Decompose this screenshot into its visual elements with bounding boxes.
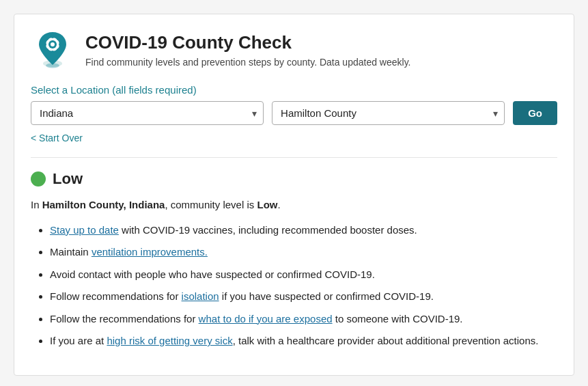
svg-point-7: [46, 38, 48, 40]
list-item: Maintain ventilation improvements.: [50, 245, 557, 260]
svg-point-11: [51, 42, 55, 46]
svg-point-6: [59, 43, 61, 46]
svg-point-3: [51, 36, 54, 38]
recommendations-list: Stay up to date with COVID-19 vaccines, …: [31, 223, 557, 349]
required-text: all fields required: [115, 84, 193, 96]
svg-point-9: [46, 49, 48, 51]
page-title: COVID-19 County Check: [85, 32, 411, 53]
list-item: Avoid contact with people who have suspe…: [50, 267, 557, 283]
county-select-wrap: Hamilton County Marion County Allen Coun…: [272, 101, 505, 125]
svg-point-8: [57, 49, 59, 51]
covid-icon: [31, 28, 74, 72]
stay-up-to-date-link[interactable]: Stay up to date: [50, 224, 119, 236]
summary-level: Low: [257, 199, 277, 210]
list-item: Follow recommendations for isolation if …: [50, 289, 557, 305]
svg-point-5: [44, 43, 46, 46]
isolation-link[interactable]: isolation: [182, 290, 219, 302]
high-risk-link[interactable]: high risk of getting very sick: [107, 335, 232, 346]
summary-text: In Hamilton County, Indiana, community l…: [31, 197, 557, 213]
result-section: Low In Hamilton County, Indiana, communi…: [31, 157, 557, 349]
level-label: Low: [53, 170, 83, 188]
header-text: COVID-19 County Check Find community lev…: [85, 32, 411, 67]
page-subtitle: Find community levels and prevention ste…: [85, 57, 411, 68]
ventilation-link[interactable]: ventilation improvements.: [92, 246, 208, 258]
svg-point-10: [57, 38, 59, 40]
list-item: Stay up to date with COVID-19 vaccines, …: [50, 223, 557, 238]
logo: [31, 28, 74, 72]
svg-point-4: [51, 51, 54, 53]
list-item: Follow the recommendations for what to d…: [50, 312, 557, 327]
start-over-link[interactable]: < Start Over: [31, 133, 83, 143]
level-badge: Low: [31, 170, 557, 188]
controls-row: Indiana Alabama Alaska Arizona Californi…: [31, 101, 557, 125]
select-label: Select a Location (all fields required): [31, 84, 557, 96]
list-item: If you are at high risk of getting very …: [50, 333, 557, 349]
go-button[interactable]: Go: [513, 101, 557, 125]
main-card: COVID-19 County Check Find community lev…: [14, 14, 574, 376]
level-dot: [31, 171, 46, 187]
svg-point-12: [46, 64, 59, 68]
summary-location: Hamilton County, Indiana: [42, 199, 165, 210]
exposed-link[interactable]: what to do if you are exposed: [199, 313, 333, 325]
header: COVID-19 County Check Find community lev…: [31, 28, 557, 72]
county-select[interactable]: Hamilton County Marion County Allen Coun…: [272, 101, 505, 125]
state-select[interactable]: Indiana Alabama Alaska Arizona Californi…: [31, 101, 264, 125]
state-select-wrap: Indiana Alabama Alaska Arizona Californi…: [31, 101, 264, 125]
